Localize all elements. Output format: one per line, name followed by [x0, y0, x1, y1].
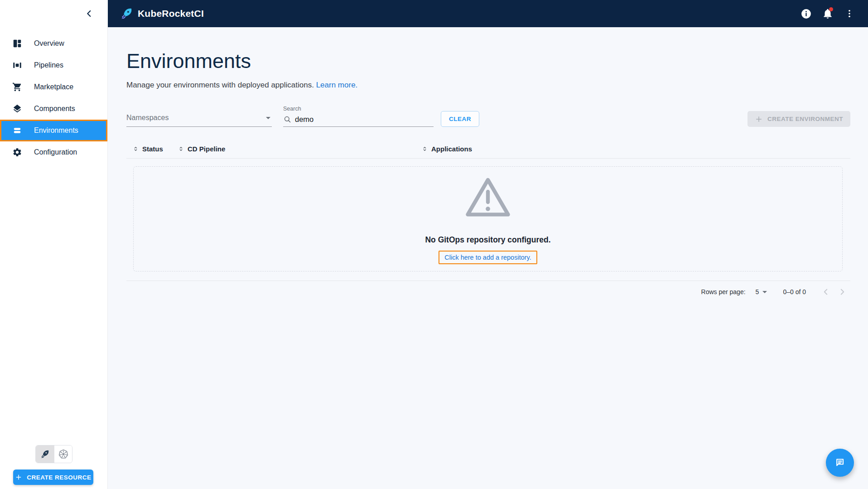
kubernetes-icon: [58, 449, 69, 460]
layers-icon: [12, 104, 22, 114]
chevron-right-icon: [837, 286, 848, 297]
dashboard-icon: [12, 39, 22, 48]
gear-icon: [12, 147, 22, 157]
rows-per-page-value: 5: [756, 288, 759, 295]
portal-view-toggle-button[interactable]: [36, 445, 54, 463]
rocket-icon: [40, 449, 50, 459]
column-header-label: Applications: [431, 145, 472, 153]
topbar-bar: KubeRocketCI: [108, 0, 868, 27]
search-row: [283, 115, 434, 127]
create-environment-label: CREATE ENVIRONMENT: [767, 116, 843, 122]
sidebar-item-components[interactable]: Components: [0, 98, 107, 120]
previous-page-button[interactable]: [818, 284, 834, 300]
info-icon: [800, 8, 812, 19]
sidebar-item-pipelines[interactable]: Pipelines: [0, 54, 107, 76]
search-field: Search: [283, 106, 434, 127]
rocket-logo-icon: [120, 7, 133, 20]
sidebar-item-label: Overview: [34, 39, 64, 48]
chevron-down-icon: [266, 117, 270, 119]
search-label: Search: [283, 106, 434, 112]
chevron-down-icon: [762, 291, 767, 293]
column-header-cd-pipeline[interactable]: CD Pipeline: [172, 145, 415, 153]
main-content: Environments Manage your environments wi…: [108, 27, 868, 489]
info-button[interactable]: [796, 4, 815, 23]
topbar: KubeRocketCI: [0, 0, 868, 27]
sidebar-item-marketplace[interactable]: Marketplace: [0, 76, 107, 98]
filter-row: Namespaces Search CLEAR CREATE ENVIRONME…: [126, 106, 850, 127]
pagination-range: 0–0 of 0: [783, 288, 806, 295]
table-header-row: Status CD Pipeline Applications: [126, 139, 850, 159]
sort-icon: [421, 145, 428, 152]
warning-triangle-icon: [463, 174, 513, 220]
next-page-button[interactable]: [834, 284, 850, 300]
brand-home-link[interactable]: KubeRocketCI: [120, 7, 204, 20]
sidebar-nav: Overview Pipelines Marketplace Component…: [0, 27, 107, 163]
create-environment-button[interactable]: CREATE ENVIRONMENT: [747, 111, 850, 127]
empty-state-box: No GitOps repository configured. Click h…: [133, 166, 843, 271]
cluster-view-toggle: [35, 445, 72, 463]
chevron-left-icon: [84, 9, 94, 19]
pipelines-icon: [12, 60, 22, 70]
sidebar-item-environments[interactable]: Environments: [0, 120, 107, 141]
sidebar-item-label: Pipelines: [34, 61, 63, 69]
sidebar-item-label: Marketplace: [34, 83, 73, 91]
plus-icon: [15, 474, 22, 481]
clear-search-button[interactable]: CLEAR: [441, 111, 479, 127]
column-header-label: Status: [142, 145, 163, 153]
kebab-menu-icon: [844, 9, 854, 19]
namespaces-label: Namespaces: [126, 114, 266, 122]
create-resource-button[interactable]: CREATE RESOURCE: [13, 470, 93, 485]
notifications-button[interactable]: [818, 4, 837, 23]
add-repository-link[interactable]: Click here to add a repository.: [439, 251, 537, 264]
create-resource-label: CREATE RESOURCE: [27, 474, 91, 481]
brand-name: KubeRocketCI: [138, 8, 204, 19]
chat-icon: [833, 456, 847, 470]
sidebar-header: [0, 0, 108, 27]
sidebar-item-overview[interactable]: Overview: [0, 33, 107, 54]
stacked-bars-icon: [12, 126, 22, 136]
sort-icon: [178, 145, 184, 152]
plus-icon: [755, 115, 763, 123]
learn-more-link[interactable]: Learn more.: [316, 81, 358, 89]
sidebar-item-label: Environments: [34, 126, 78, 135]
sidebar-item-label: Configuration: [34, 148, 77, 156]
sort-icon: [132, 145, 139, 152]
search-input[interactable]: [295, 115, 424, 124]
topbar-actions: [796, 4, 859, 23]
page-title: Environments: [126, 27, 850, 71]
rows-per-page-select[interactable]: 5: [756, 288, 769, 295]
more-menu-button[interactable]: [840, 4, 859, 23]
sidebar: Overview Pipelines Marketplace Component…: [0, 27, 108, 489]
namespaces-select[interactable]: Namespaces: [126, 114, 272, 127]
column-header-label: CD Pipeline: [188, 145, 225, 153]
sidebar-item-label: Components: [34, 105, 75, 113]
kubernetes-view-toggle-button[interactable]: [54, 445, 72, 463]
pagination-bar: Rows per page: 5 0–0 of 0: [126, 281, 850, 303]
notification-badge-dot: [829, 7, 833, 11]
feedback-chat-fab[interactable]: [826, 449, 854, 477]
page-subtitle-text: Manage your environments with deployed a…: [126, 81, 314, 89]
search-icon: [283, 115, 292, 124]
column-header-applications[interactable]: Applications: [415, 145, 850, 153]
empty-state-message: No GitOps repository configured.: [425, 235, 550, 245]
column-header-status[interactable]: Status: [126, 145, 172, 153]
chevron-left-icon: [820, 286, 831, 297]
collapse-sidebar-button[interactable]: [82, 6, 97, 21]
page-subtitle: Manage your environments with deployed a…: [126, 81, 850, 90]
sidebar-item-configuration[interactable]: Configuration: [0, 141, 107, 163]
rows-per-page-label: Rows per page:: [701, 288, 746, 295]
cart-icon: [12, 82, 22, 92]
